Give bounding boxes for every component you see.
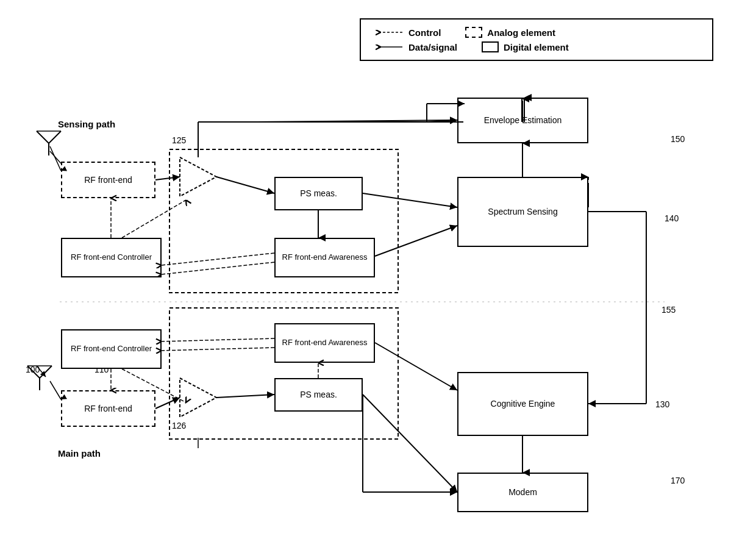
legend-box: Control Analog element Data/signal [360, 18, 713, 61]
svg-line-38 [162, 348, 274, 351]
ps-meas-bottom: PS meas. [274, 378, 363, 412]
rf-frontend-bottom: RF front-end [61, 390, 155, 427]
rf-frontend-top: RF front-end [61, 162, 155, 198]
label-126: 126 [172, 421, 186, 430]
adc-mux-top [180, 155, 216, 201]
label-125: 125 [172, 135, 186, 145]
cognitive-engine: Cognitive Engine [457, 372, 588, 436]
svg-line-16 [216, 177, 274, 193]
svg-line-45 [363, 395, 457, 492]
digital-label: Digital element [504, 42, 569, 52]
svg-line-35 [216, 395, 274, 398]
svg-line-39 [375, 343, 457, 390]
svg-line-4 [49, 131, 61, 143]
svg-line-23 [122, 200, 186, 238]
envelope-estimation: Envelope Estimation [457, 98, 588, 143]
data-icon [373, 42, 404, 52]
label-170: 170 [671, 476, 685, 485]
svg-line-25 [427, 120, 457, 122]
label-140: 140 [665, 213, 679, 223]
sensing-path-label: Sensing path [58, 119, 115, 129]
svg-marker-13 [180, 378, 216, 417]
svg-line-15 [155, 177, 180, 180]
analog-label: Analog element [487, 27, 555, 38]
rf-frontend-awareness-top: RF front-end Awareness [274, 238, 375, 277]
control-label: Control [408, 27, 441, 38]
digital-box-icon [482, 41, 499, 52]
label-100: 100 [26, 365, 40, 374]
svg-line-20 [162, 253, 274, 265]
rf-frontend-controller-bottom: RF front-end Controller [61, 329, 162, 369]
rf-frontend-controller-top: RF front-end Controller [61, 238, 162, 277]
sensing-antenna [34, 125, 64, 159]
data-label: Data/signal [408, 42, 457, 52]
svg-line-8 [40, 366, 52, 378]
svg-line-26 [256, 120, 457, 122]
control-icon [373, 27, 404, 37]
svg-line-17 [363, 193, 457, 207]
ps-meas-top: PS meas. [274, 177, 363, 210]
modem: Modem [457, 473, 588, 512]
analog-box-icon [465, 27, 482, 38]
svg-line-21 [162, 262, 274, 274]
spectrum-sensing: Spectrum Sensing [457, 177, 588, 247]
label-130: 130 [655, 399, 669, 409]
label-150-top: 150 [671, 134, 685, 144]
label-155: 155 [661, 305, 676, 315]
svg-line-3 [37, 131, 49, 143]
svg-line-34 [155, 398, 180, 409]
svg-line-19 [375, 226, 457, 256]
main-path-label: Main path [58, 448, 101, 459]
svg-line-37 [162, 338, 274, 341]
diagram: Control Analog element Data/signal [0, 0, 756, 550]
rf-frontend-awareness-bottom: RF front-end Awareness [274, 323, 375, 363]
